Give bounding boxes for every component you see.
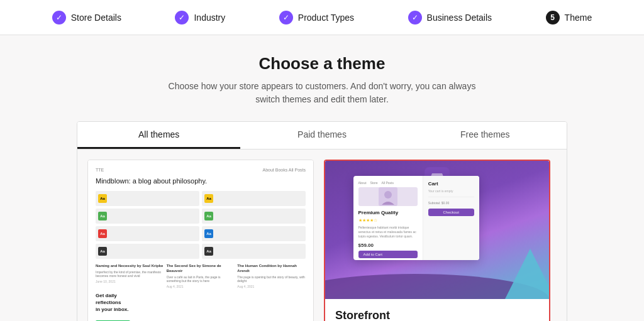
storefront-card-inner: About Store All Posts [353, 176, 479, 260]
main-content: Choose a theme Choose how your store app… [0, 35, 644, 321]
storefront-preview-bg: OPEN About Store All Posts [325, 161, 549, 299]
product-description: Pellentesque habitant morbi tristique se… [358, 226, 418, 239]
storefront-product-section: About Store All Posts [353, 176, 423, 260]
nav-step-label: Store Details [71, 13, 121, 23]
swatch-green2: Aa [204, 212, 213, 220]
preview-columns: Naming and Necessity by Saul Kripke Impe… [96, 264, 306, 288]
nav-step-business-details: ✓ Business Details [408, 11, 492, 24]
check-icon-product-types: ✓ [279, 11, 293, 24]
tab-free-themes[interactable]: Free themes [404, 122, 567, 149]
page-subtitle: Choose how your store appears to custome… [169, 80, 476, 106]
theme-preview-storefront: OPEN About Store All Posts [325, 161, 549, 299]
svg-point-4 [384, 191, 392, 199]
swatch-yellow: Aa [98, 194, 107, 203]
product-stars: ★★★★☆ [358, 218, 418, 223]
swatch-item: Aa [96, 209, 199, 224]
theme-card-storefront: OPEN About Store All Posts [324, 160, 550, 321]
preview-header: TTE About Books All Posts [96, 168, 306, 172]
preview-col-3: The Human Condition by Hannah Arendt The… [237, 264, 306, 288]
nav-step-store-details: ✓ Store Details [52, 11, 121, 24]
nav-step-theme: 5 Theme [546, 11, 592, 24]
swatch-blue: Aa [204, 229, 213, 238]
product-price: $59.00 [358, 242, 418, 248]
nav-step-product-types: ✓ Product Types [279, 11, 354, 24]
swatch-item: Aa [202, 244, 306, 259]
checkout-btn: Checkout [428, 209, 474, 216]
swatch-dark: Aa [98, 247, 107, 256]
add-to-cart-btn: Add to Cart [358, 251, 418, 258]
tab-all-themes[interactable]: All themes [77, 122, 240, 149]
swatch-item: Aa [202, 209, 306, 224]
cart-divider [428, 197, 474, 197]
cart-section: Cart Your cart is empty Subtotal: $0.00 … [423, 176, 479, 260]
check-icon-industry: ✓ [175, 11, 189, 24]
preview-cta-text: Get dailyreflectionsin your inbox. [96, 292, 306, 313]
product-title: Premium Quality [358, 210, 418, 215]
preview-col-2: The Second Sex by Simone de Beauvoir Ove… [167, 264, 235, 288]
nav-step-label: Business Details [427, 13, 492, 23]
themes-container: All themes Paid themes Free themes TTE A… [77, 121, 567, 321]
swatch-item: Aa [96, 244, 199, 259]
check-icon-store-details: ✓ [52, 11, 66, 24]
theme-info-storefront: Storefront Free Choose Live demo [325, 299, 549, 321]
swatch-item: Aa [96, 226, 199, 241]
nav-step-label: Product Types [298, 13, 354, 23]
tab-paid-themes[interactable]: Paid themes [240, 122, 403, 149]
theme-card-twenty-twenty-three: TTE About Books All Posts Mindblown: a b… [87, 160, 314, 321]
theme-preview-twenty-twenty-three: TTE About Books All Posts Mindblown: a b… [88, 160, 313, 321]
check-icon-business-details: ✓ [408, 11, 422, 24]
nav-step-label: Theme [565, 13, 592, 23]
swatch-red: Aa [98, 229, 107, 238]
step-num-theme: 5 [546, 11, 560, 24]
theme-name-storefront: Storefront [335, 309, 539, 321]
storefront-nav: About Store All Posts [358, 181, 418, 185]
nav-step-label: Industry [194, 13, 225, 23]
cart-empty-state: Your cart is empty [428, 189, 474, 193]
preview-headline: Mindblown: a blog about philosophy. [96, 177, 306, 185]
nav-step-industry: ✓ Industry [175, 11, 225, 24]
progress-nav: ✓ Store Details ✓ Industry ✓ Product Typ… [0, 0, 644, 35]
cart-subtotal: Subtotal: $0.00 [428, 201, 474, 205]
page-title: Choose a theme [259, 54, 386, 73]
preview-col-1: Naming and Necessity by Saul Kripke Impe… [96, 264, 164, 288]
swatch-item: Aa [96, 191, 199, 206]
swatch-item: Aa [202, 226, 306, 241]
cart-title: Cart [428, 181, 474, 187]
storefront-mockup-wrapper: OPEN About Store All Posts [353, 176, 521, 284]
swatch-item: Aa [202, 191, 306, 206]
swatch-yellow2: Aa [204, 194, 213, 203]
tabs-header: All themes Paid themes Free themes [77, 122, 567, 150]
themes-grid: TTE About Books All Posts Mindblown: a b… [77, 150, 567, 321]
swatch-dark2: Aa [204, 247, 213, 256]
product-image-placeholder [358, 187, 418, 206]
swatch-green: Aa [98, 212, 107, 220]
preview-swatches: Aa Aa Aa Aa Aa [96, 191, 306, 259]
